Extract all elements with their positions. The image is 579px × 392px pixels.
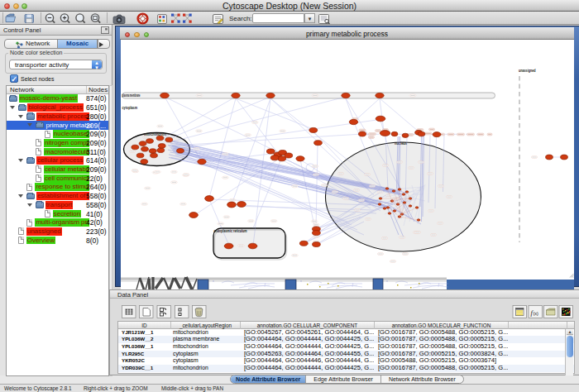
svg-text:endoplasmic reticulum: endoplasmic reticulum [214,228,247,233]
svg-text:(x): (x) [534,311,539,316]
svg-text:cytoplasm: cytoplasm [122,105,138,110]
svg-text:unassigned: unassigned [519,68,536,73]
svg-text:nucleus: nucleus [395,141,407,146]
svg-text:plasma membrane: plasma membrane [122,93,141,98]
